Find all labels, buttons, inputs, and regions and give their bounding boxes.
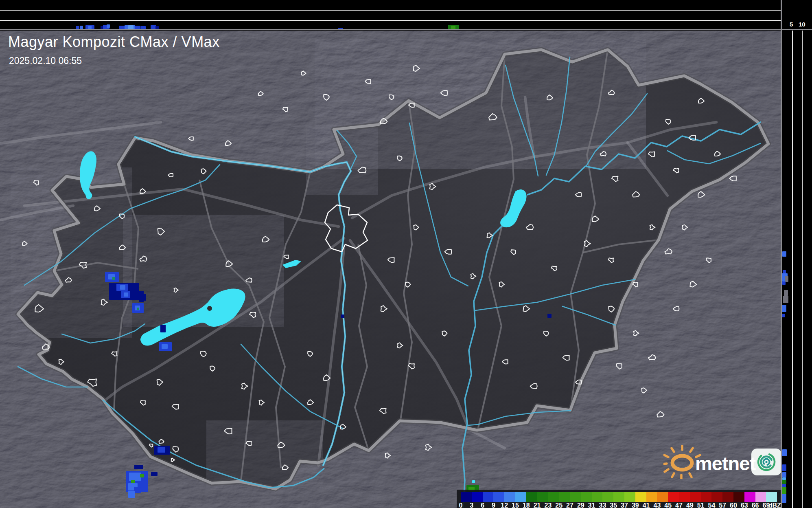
top-height-profile [0, 0, 781, 31]
dbz-tick: 41 [643, 503, 650, 508]
sun-icon [663, 446, 700, 479]
right-profile-label-5: 5 [790, 21, 793, 27]
dbz-tick: 23 [544, 503, 552, 508]
dbz-tick: 66 [752, 503, 759, 508]
dbz-segment [548, 492, 559, 502]
dbz-color-bar [461, 492, 777, 502]
dbz-tick: 35 [610, 503, 617, 508]
dbz-segment [472, 492, 483, 502]
dbz-tick: 12 [501, 503, 508, 508]
dbz-tick: 0 [459, 503, 463, 508]
dbz-segment [646, 492, 657, 502]
dbz-tick: 45 [664, 503, 672, 508]
radar-composite-screen: Magyar Kompozit CMax / VMax 2025.02.10 0… [0, 0, 812, 508]
dbz-segment [493, 492, 504, 502]
panel-divider-horizontal [0, 29, 812, 30]
dbz-segment [679, 492, 690, 502]
dbz-segment [461, 492, 472, 502]
dbz-segment [690, 492, 701, 502]
dbz-tick: 29 [577, 503, 584, 508]
dbz-segment [559, 492, 570, 502]
right-profile-5km-gridline [792, 31, 793, 508]
right-height-profile: 5 10 [781, 0, 812, 508]
right-profile-label-10: 10 [799, 21, 805, 27]
tihany-notch [207, 306, 212, 311]
dbz-tick: 21 [534, 503, 541, 508]
panel-divider-vertical [781, 0, 782, 508]
dbz-tick: 43 [653, 503, 661, 508]
dbz-segment [711, 492, 722, 502]
top-profile-5km-gridline [0, 20, 781, 21]
dbz-tick: 63 [741, 503, 748, 508]
dbz-tick: 27 [566, 503, 573, 508]
dbz-tick: 37 [621, 503, 628, 508]
dbz-unit-label: dBZ [768, 503, 781, 508]
dbz-tick: 3 [470, 503, 473, 508]
dbz-segment [592, 492, 603, 502]
dbz-segment [483, 492, 494, 502]
dbz-tick: 47 [675, 503, 683, 508]
dbz-tick: 54 [708, 503, 715, 508]
dbz-tick: 18 [523, 503, 530, 508]
dbz-segment [613, 492, 624, 502]
dbz-segment [624, 492, 635, 502]
dbz-segment [570, 492, 581, 502]
dbz-segment [581, 492, 592, 502]
dbz-tick: 15 [512, 503, 519, 508]
page-title: Magyar Kompozit CMax / VMax [8, 33, 220, 51]
dbz-tick: 57 [719, 503, 726, 508]
dbz-segment [537, 492, 548, 502]
timestamp: 2025.02.10 06:55 [9, 55, 82, 66]
logo-wordmark: metnet [695, 452, 755, 475]
metnet-logo[interactable]: metnet [663, 445, 784, 479]
dbz-tick: 31 [588, 503, 595, 508]
dbz-segment [504, 492, 515, 502]
dbz-segment [755, 492, 766, 502]
dbz-segment [733, 492, 744, 502]
right-profile-10km-gridline [802, 31, 803, 508]
dbz-segment [744, 492, 755, 502]
dbz-segment [602, 492, 613, 502]
dbz-tick: 25 [555, 503, 562, 508]
dbz-segment [701, 492, 712, 502]
dbz-tick: 9 [492, 503, 495, 508]
dbz-segment [668, 492, 679, 502]
dbz-segment [635, 492, 646, 502]
dbz-tick: 51 [697, 503, 705, 508]
dbz-color-legend: 0369121518212325272931333537394143454749… [457, 490, 781, 508]
dbz-segment [526, 492, 537, 502]
radar-spiral-app-icon [751, 449, 781, 475]
dbz-tick: 60 [730, 503, 737, 508]
hungary-radar-map [0, 31, 781, 508]
dbz-tick: 6 [481, 503, 484, 508]
dbz-segment [766, 492, 777, 502]
dbz-segment [657, 492, 668, 502]
dbz-segment [722, 492, 733, 502]
top-profile-10km-gridline [0, 10, 781, 11]
dbz-segment [515, 492, 526, 502]
dbz-tick: 33 [599, 503, 606, 508]
dbz-tick: 39 [632, 503, 639, 508]
dbz-tick: 49 [686, 503, 694, 508]
